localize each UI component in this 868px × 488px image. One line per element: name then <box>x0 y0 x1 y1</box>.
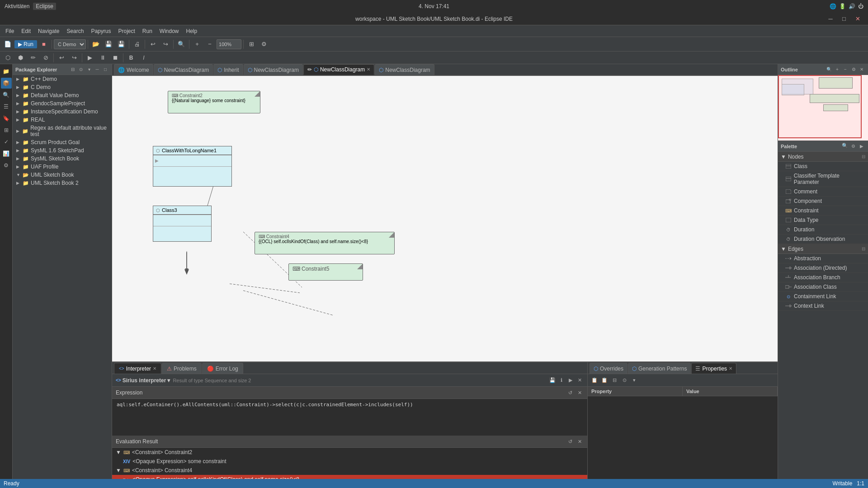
properties-close-button[interactable]: ✕ <box>729 366 732 371</box>
tb2-btn4[interactable]: ⊘ <box>40 52 52 64</box>
tb2-btn5[interactable]: ↩ <box>56 52 67 64</box>
menu-run[interactable]: Run <box>139 27 156 36</box>
palette-item-abstraction[interactable]: Abstraction <box>778 254 868 263</box>
tab-inherit[interactable]: ⬡ Inherit <box>213 64 243 75</box>
collapse-all-button[interactable]: ⊟ <box>69 66 76 73</box>
eval-item-opaque-c4[interactable]: ≡▲ <Opaque Expression> self.oclIsKindOf(… <box>112 475 587 479</box>
eclipse-app-label[interactable]: Eclipse <box>33 3 56 10</box>
tb2-btn3[interactable]: ✏ <box>27 52 39 64</box>
run-button[interactable]: ▶Run <box>14 40 37 48</box>
tb2-bold[interactable]: B <box>125 52 137 64</box>
print-button[interactable]: 🖨 <box>131 38 143 50</box>
run-config-select[interactable]: C Demo <box>54 39 86 49</box>
window-controls[interactable]: ─ □ ✕ <box>825 13 863 25</box>
palette-item-duration-obs[interactable]: ⏱ Duration Observation <box>778 235 868 244</box>
tree-item-uml-sketch2[interactable]: ▶ 📁 UML Sketch Book 2 <box>13 179 112 187</box>
link-editor-button[interactable]: ⊙ <box>77 66 85 73</box>
tab-interpreter[interactable]: <> Interpreter ✕ <box>114 363 161 374</box>
tree-item-uml-sketch[interactable]: ▼ 📂 UML Sketch Book <box>13 171 112 179</box>
dock-terminal[interactable]: ⊞ <box>1 125 12 136</box>
tree-item-real[interactable]: ▶ 📁 REAL <box>13 116 112 124</box>
tab-newclassdiagram2[interactable]: ⬡ NewClassDiagram <box>244 64 303 75</box>
menu-navigate[interactable]: Navigate <box>34 27 63 36</box>
expand-arrow-class1[interactable]: ▶ <box>155 158 159 163</box>
menu-edit[interactable]: Edit <box>18 27 34 36</box>
tab-overrides[interactable]: ⬡ Overrides <box>590 363 627 374</box>
tree-item-scrum[interactable]: ▶ 📁 Scrum Product Goal <box>13 138 112 146</box>
palette-item-containment[interactable]: ⊙ Containment Link <box>778 292 868 301</box>
tab-error-log[interactable]: 🔴 Error Log <box>202 363 243 374</box>
minimize-panel-button[interactable]: ─ <box>94 66 101 73</box>
eval-button[interactable]: ▶ <box>566 376 575 385</box>
eval-item-opaque-c2[interactable]: XIV <Opaque Expression> some constraint <box>112 457 587 466</box>
search-button[interactable]: 🔍 <box>175 38 187 50</box>
class1-box[interactable]: ⬡ ClassWithToLongName1 ▶ <box>153 146 232 187</box>
close-button[interactable]: ✕ <box>852 13 863 25</box>
sirius-dropdown-icon[interactable]: ▾ <box>167 377 170 384</box>
stop-button[interactable]: ■ <box>38 38 50 50</box>
constraint2-box[interactable]: ⌨ Constraint2 {{Natural language} some c… <box>168 91 260 113</box>
tree-item-gendoc[interactable]: ▶ 📁 GendocSampleProject <box>13 99 112 108</box>
menu-help[interactable]: Help <box>183 27 201 36</box>
clear-button[interactable]: ✕ <box>576 376 584 385</box>
class3-box[interactable]: ⬡ Class3 <box>153 206 212 242</box>
palette-item-classifier[interactable]: Classifier Template Parameter <box>778 171 868 187</box>
menu-window[interactable]: Window <box>156 27 183 36</box>
outline-zoom-out-btn[interactable]: − <box>842 66 849 73</box>
diagram-canvas[interactable]: ⌨ Constraint2 {{Natural language} some c… <box>112 76 778 361</box>
tree-item-regex[interactable]: ▶ 📁 Regex as default attribute value tes… <box>13 124 112 138</box>
props-settings-button[interactable]: ⊙ <box>620 376 628 385</box>
props-copy-button[interactable]: 📋 <box>590 376 599 385</box>
open-button[interactable]: 📂 <box>90 38 102 50</box>
palette-item-assoc-class[interactable]: Association Class <box>778 282 868 292</box>
tab-newclassdiagram3[interactable]: ⬡ NewClassDiagram <box>375 64 434 75</box>
dock-filebrowser[interactable]: 📁 <box>1 66 12 77</box>
constraint5-box[interactable]: ⌨ Constraint5 <box>288 263 363 281</box>
tab-close-button[interactable]: ✕ <box>367 67 370 72</box>
tab-generation-patterns[interactable]: ⬡ Generation Patterns <box>628 363 691 374</box>
tb2-italic[interactable]: I <box>138 52 150 64</box>
palette-item-component[interactable]: Component <box>778 197 868 206</box>
palette-settings-btn[interactable]: ⚙ <box>849 143 857 150</box>
palette-item-assoc-branch[interactable]: Association Branch <box>778 273 868 282</box>
palette-item-class[interactable]: Class <box>778 162 868 171</box>
tree-item-cpp-demo[interactable]: ▶ 📁 C++ Demo <box>13 75 112 83</box>
expression-input[interactable]: aql:self.eContainer().eAllContents(uml::… <box>112 399 587 436</box>
palette-item-duration[interactable]: ⏱ Duration <box>778 225 868 235</box>
palette-item-assoc-directed[interactable]: Association (Directed) <box>778 263 868 273</box>
outline-close-btn[interactable]: ✕ <box>858 66 865 73</box>
eval-item-constraint2-expand[interactable]: ▼ ⌨ <Constraint> Constraint2 <box>112 448 587 457</box>
tree-item-c-demo[interactable]: ▶ 📁 C Demo <box>13 83 112 91</box>
menu-papyrus[interactable]: Papyrus <box>87 27 114 36</box>
tb2-btn6[interactable]: ↪ <box>68 52 80 64</box>
tab-properties[interactable]: ☰ Properties ✕ <box>691 363 736 374</box>
new-button[interactable]: 📄 <box>2 38 14 50</box>
tree-item-sysml-sketch[interactable]: ▶ 📁 SysML Sketch Book <box>13 155 112 163</box>
props-menu-button[interactable]: ▾ <box>630 376 638 385</box>
minimize-button[interactable]: ─ <box>825 13 836 25</box>
interpreter-close-button[interactable]: ✕ <box>153 366 156 371</box>
tree-item-default-value[interactable]: ▶ 📁 Default Value Demo <box>13 91 112 99</box>
menu-project[interactable]: Project <box>114 27 138 36</box>
tb2-btn8[interactable]: ⏸ <box>97 52 108 64</box>
outline-settings-btn[interactable]: ⚙ <box>850 66 857 73</box>
palette-nodes-header[interactable]: ▼ Nodes ⊟ <box>778 152 868 162</box>
tab-newclassdiagram-active[interactable]: ✏ ⬡ NewClassDiagram ✕ <box>303 64 374 75</box>
save-all-button[interactable]: 💾 <box>115 38 127 50</box>
refresh-expr-button[interactable]: ↺ <box>566 389 574 397</box>
maximize-button[interactable]: □ <box>838 13 850 25</box>
tree-item-uaf[interactable]: ▶ 📁 UAF Profile <box>13 163 112 171</box>
refresh-eval-button[interactable]: ↺ <box>566 437 574 446</box>
info-button[interactable]: ℹ <box>557 376 566 385</box>
palette-item-datatype[interactable]: Data Type <box>778 216 868 225</box>
zoom-out-button[interactable]: − <box>204 38 216 50</box>
palette-header[interactable]: Palette 🔍 ⚙ ▶ <box>778 141 868 152</box>
eval-item-constraint4-expand[interactable]: ▼ ⌨ <Constraint> Constraint4 <box>112 466 587 475</box>
palette-item-context-link[interactable]: Context Link <box>778 301 868 311</box>
view-menu-button[interactable]: ▾ <box>85 66 93 73</box>
palette-search-icon[interactable]: 🔍 <box>842 143 848 149</box>
zoom-in-button[interactable]: + <box>191 38 203 50</box>
undo-button[interactable]: ↩ <box>147 38 159 50</box>
zoom-input[interactable] <box>217 39 241 49</box>
layout-button[interactable]: ⊞ <box>245 38 257 50</box>
